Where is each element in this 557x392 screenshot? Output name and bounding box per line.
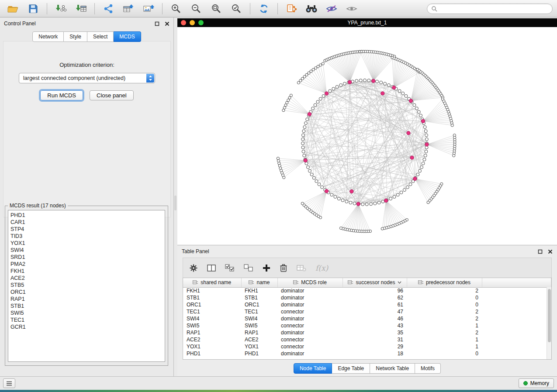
cell-name[interactable]: TEC1 [241, 308, 277, 315]
memory-button[interactable]: Memory [519, 378, 554, 388]
tab-network[interactable]: Network [32, 31, 64, 42]
network-node[interactable] [424, 130, 427, 133]
cell-role[interactable]: connector [277, 322, 343, 329]
save-session-button[interactable] [24, 2, 42, 16]
show-columns-button[interactable] [207, 264, 216, 272]
network-node[interactable] [422, 162, 425, 165]
dominator-node[interactable] [325, 92, 328, 95]
mcds-result-item[interactable]: TEC1 [10, 316, 163, 323]
cell-shared_name[interactable]: ORC1 [183, 301, 241, 308]
tab-motifs[interactable]: Motifs [415, 363, 441, 374]
mcds-result-item[interactable]: STB5 [10, 282, 163, 289]
tab-node-table[interactable]: Node Table [294, 363, 332, 374]
cell-successors[interactable]: 61 [343, 301, 407, 308]
cell-predecessors[interactable]: 2 [407, 315, 482, 322]
cell-shared_name[interactable]: STB1 [183, 294, 241, 301]
search-network-button[interactable] [303, 2, 320, 16]
network-node[interactable] [301, 138, 304, 141]
leaf-node[interactable] [283, 107, 286, 109]
network-node[interactable] [316, 100, 319, 103]
network-node[interactable] [343, 82, 346, 85]
network-node[interactable] [416, 173, 419, 176]
column-header-name[interactable]: name [241, 278, 277, 287]
cell-shared_name[interactable]: RAP1 [183, 329, 241, 336]
leaf-node[interactable] [317, 65, 319, 68]
network-node[interactable] [330, 193, 333, 196]
network-node[interactable] [308, 169, 311, 172]
mcds-result-item[interactable]: GCR1 [10, 323, 163, 330]
cell-predecessors[interactable]: 0 [407, 294, 482, 301]
table-row[interactable]: TEC1TEC1connector472 [183, 308, 551, 315]
search-box[interactable] [427, 3, 553, 14]
network-node[interactable] [396, 193, 399, 196]
leaf-node[interactable] [301, 202, 304, 205]
leaf-node[interactable] [286, 101, 288, 104]
network-node[interactable] [341, 199, 344, 202]
cell-successors[interactable]: 31 [343, 336, 407, 343]
network-node[interactable] [387, 84, 390, 87]
leaf-node[interactable] [322, 62, 324, 65]
cell-shared_name[interactable]: ACE2 [183, 336, 241, 343]
dominator-node[interactable] [384, 199, 387, 202]
mcds-result-item[interactable]: ACE2 [10, 275, 163, 282]
mcds-result-item[interactable]: ORC1 [10, 289, 163, 296]
table-row[interactable]: YOX1YOX1connector291 [183, 343, 551, 350]
menu-toggle-button[interactable] [3, 378, 15, 388]
float-panel-icon[interactable] [155, 21, 159, 26]
table-scrollbar-thumb[interactable] [548, 289, 551, 342]
cell-successors[interactable]: 47 [343, 308, 407, 315]
leaf-node[interactable] [451, 124, 453, 127]
export-network-button[interactable] [100, 2, 117, 16]
network-node[interactable] [424, 154, 427, 157]
cell-name[interactable]: SWI4 [241, 315, 277, 322]
mcds-result-item[interactable]: FKH1 [10, 268, 163, 275]
network-node[interactable] [334, 195, 337, 198]
dominator-node[interactable] [425, 143, 429, 146]
zoom-selected-button[interactable] [228, 2, 245, 16]
dominator-node[interactable] [410, 156, 414, 159]
network-node[interactable] [353, 202, 356, 205]
table-row[interactable]: PHD1PHD1dominator180 [183, 350, 551, 357]
network-node[interactable] [302, 130, 305, 133]
show-details-button[interactable] [343, 2, 360, 16]
network-node[interactable] [413, 103, 416, 107]
hide-details-button[interactable] [323, 2, 340, 16]
network-node[interactable] [374, 202, 377, 205]
table-row[interactable]: SWI4SWI4dominator462 [183, 315, 551, 322]
network-node[interactable] [319, 97, 322, 100]
mcds-result-item[interactable]: CAR1 [10, 219, 163, 226]
open-file-button[interactable] [4, 2, 22, 16]
cell-successors[interactable]: 35 [343, 329, 407, 336]
network-node[interactable] [418, 169, 421, 172]
cell-role[interactable]: dominator [277, 294, 343, 301]
tab-network-table[interactable]: Network Table [370, 363, 415, 374]
cell-shared_name[interactable]: YOX1 [183, 343, 241, 350]
column-header-successor-nodes[interactable]: successor nodes [343, 278, 407, 287]
network-node[interactable] [409, 183, 412, 186]
cell-role[interactable]: connector [277, 336, 343, 343]
cell-name[interactable]: FKH1 [241, 287, 277, 294]
table-scrollbar[interactable] [547, 287, 551, 359]
leaf-node[interactable] [277, 157, 279, 160]
network-node[interactable] [349, 201, 352, 204]
network-node[interactable] [304, 122, 307, 125]
network-node[interactable] [302, 150, 305, 153]
table-row[interactable]: SWI5SWI5connector431 [183, 322, 551, 329]
cell-name[interactable]: STB1 [241, 294, 277, 301]
cell-successors[interactable]: 62 [343, 294, 407, 301]
network-node[interactable] [423, 158, 426, 161]
dominator-node[interactable] [409, 99, 412, 103]
cell-name[interactable]: SWI5 [241, 322, 277, 329]
cell-predecessors[interactable]: 0 [407, 301, 482, 308]
network-node[interactable] [312, 176, 315, 179]
network-node[interactable] [303, 154, 306, 157]
network-node[interactable] [363, 79, 367, 82]
network-node[interactable] [315, 180, 318, 183]
cell-role[interactable]: connector [277, 343, 343, 350]
search-input[interactable] [439, 6, 548, 12]
leaf-node[interactable] [282, 109, 285, 112]
mcds-result-item[interactable]: STP4 [10, 226, 163, 233]
mcds-result-item[interactable]: STB1 [10, 303, 163, 309]
network-node[interactable] [301, 146, 304, 149]
tab-edge-table[interactable]: Edge Table [332, 363, 370, 374]
